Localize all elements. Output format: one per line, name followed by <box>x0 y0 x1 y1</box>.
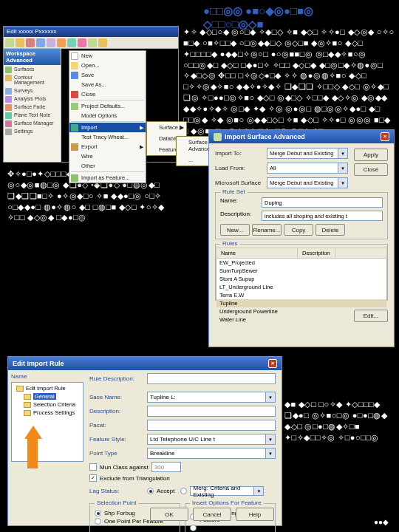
annotation-arrow <box>24 426 41 468</box>
field-mun-value[interactable]: 300 <box>151 462 181 472</box>
tree-node-selection-criteria[interactable]: Selection Criteria <box>33 401 75 408</box>
field-description[interactable] <box>147 406 276 417</box>
toolbar-icon[interactable] <box>57 38 66 47</box>
menu-item-export[interactable]: Export▶ <box>69 142 146 151</box>
menu-item-defaults[interactable]: Project Defaults... <box>69 101 146 111</box>
list-item[interactable]: EW_Projected <box>216 259 386 267</box>
toolbar-icon[interactable] <box>26 38 35 47</box>
dropdown-ms-surface[interactable]: Merge Debut and Existing▼ <box>267 177 348 188</box>
toolbar-icon[interactable] <box>5 38 14 47</box>
delete-button[interactable]: Delete <box>316 224 345 236</box>
sidebar-item[interactable]: Plane Text Note <box>4 111 61 119</box>
list-item[interactable]: Tupline <box>216 299 386 307</box>
dialog-import-surface-advanced: Import Surface Advanced × Import To:Merg… <box>208 129 395 347</box>
menu-item-import-as-feature[interactable]: Import as Feature... <box>69 173 146 183</box>
menu-item-test[interactable]: Test Tracy Wheat... <box>69 132 146 142</box>
menu-item-modelopts[interactable]: Model Options <box>69 111 146 120</box>
file-menu: New Open... Save Save As... Close Projec… <box>69 50 146 183</box>
label-description: Description: <box>220 211 262 221</box>
canvas-area: New Open... Save Save As... Close Projec… <box>61 49 178 162</box>
group-label: Rules <box>220 240 239 247</box>
menu-item-save[interactable]: Save <box>69 70 146 80</box>
sidebar-item[interactable]: Settings <box>4 127 61 135</box>
dropdown-import-to[interactable]: Merge Debut and Existing▼ <box>267 148 348 159</box>
group-label: Selection Point <box>95 499 138 506</box>
label-name: Name: <box>220 197 262 208</box>
paragraph-1: ✦✧ ◆◇□○◆ ◎○□◆ ✧◆□◇ ✧■ ◆◇□ ✧✧●□ ◆◇◎◆ ○✧○ … <box>183 27 396 136</box>
checkbox-exclude-triangulation[interactable]: ✓Exclude from Triangulation <box>89 474 276 482</box>
new-button[interactable]: New... <box>220 224 250 236</box>
dialog-title-text: Edit Import Rule <box>13 360 64 367</box>
toolbar-icon[interactable] <box>98 38 107 47</box>
group-label: Rule Set <box>220 188 248 195</box>
close-button[interactable]: Close <box>354 163 388 176</box>
sidebar-item[interactable]: Contour Management <box>4 73 61 86</box>
label-ms-surface: Microsoft Surface <box>215 180 267 186</box>
dropdown-feat-style[interactable]: Ltd Telephone U/C Line t▼ <box>147 434 276 445</box>
tree-view[interactable]: Edit Import Rule General Selection Crite… <box>11 382 83 462</box>
sidebar-item[interactable]: Surveys <box>4 86 61 95</box>
menu-item-wire[interactable]: Wire <box>69 151 146 161</box>
list-item[interactable]: Underground Powerline <box>216 307 386 316</box>
label-name: Name <box>11 373 83 380</box>
dialog-icon <box>214 133 222 141</box>
list-item[interactable]: Terra E.W <box>216 291 386 299</box>
dropdown-load-from[interactable]: All▼ <box>267 163 348 174</box>
task-header[interactable]: Workspace Advanced <box>4 49 61 65</box>
field-pacat[interactable] <box>147 420 276 431</box>
copy-button[interactable]: Copy <box>284 224 313 236</box>
apply-button[interactable]: Apply <box>354 149 388 161</box>
close-icon[interactable]: × <box>381 132 389 141</box>
checkbox-mun-class[interactable]: Mun Class against300 <box>89 462 276 472</box>
help-button[interactable]: Help <box>236 508 274 521</box>
field-name[interactable]: Duping <box>262 197 383 208</box>
rules-list[interactable]: EW_Projected SumTurpSewer Stom A Supup L… <box>216 259 387 300</box>
ok-button[interactable]: OK <box>150 508 188 521</box>
rename-button[interactable]: Rename... <box>252 224 282 236</box>
paragraph-3: ◆■ ◆◇□ □○✧◆ ✦◇□□□◆ ❑◆●□ ◎✧■○□◎ ●□●□◍◆ ◆◇… <box>284 399 393 443</box>
toolbar-icon[interactable] <box>36 38 45 47</box>
cancel-button[interactable]: Cancel <box>193 508 231 521</box>
dropdown-merge[interactable]: Merg: Criteria and Existing▼ <box>190 486 264 496</box>
tree-root[interactable]: Edit Import Rule <box>26 385 66 392</box>
window-titlebar: Edit xxxxx Pxxxxxx <box>4 27 178 37</box>
tree-node-general[interactable]: General <box>33 393 56 400</box>
menu-item-open[interactable]: Open... <box>69 61 146 70</box>
menu-item-new[interactable]: New <box>69 51 146 61</box>
toolbar-icon[interactable] <box>67 38 76 47</box>
list-item[interactable]: LT_Underground Line <box>216 283 386 291</box>
menu-item-saveas[interactable]: Save As... <box>69 80 146 89</box>
toolbar-icon[interactable] <box>88 38 97 47</box>
toolbar-icon[interactable] <box>47 38 55 47</box>
field-rule-desc[interactable] <box>147 373 276 384</box>
sidebar-item[interactable]: Surfaces <box>4 65 61 73</box>
group-rules: Rules Name Description EW_Projected SumT… <box>215 244 388 301</box>
list-item[interactable]: Stom A Supup <box>216 275 386 283</box>
close-icon[interactable]: × <box>268 359 277 368</box>
sidebar-item[interactable]: Surface Fade <box>4 103 61 111</box>
toolbar-icon[interactable] <box>78 38 86 47</box>
rules-header: Name Description <box>216 248 387 259</box>
menu-item-import[interactable]: Import▶ <box>69 123 146 132</box>
radio-merge-criteria[interactable]: Merg: Criteria and Existing▼ <box>180 486 264 496</box>
submenu-surface[interactable]: Surface▶ <box>147 122 186 133</box>
field-description[interactable]: includes all shoping and existing t <box>262 211 383 221</box>
list-item[interactable]: SumTurpSewer <box>216 267 386 275</box>
label-import-to: Import To: <box>215 150 267 157</box>
sidebar-item[interactable]: Surface Manager <box>4 119 61 127</box>
list-item[interactable]: Water Line <box>216 316 386 324</box>
label-point-type: Point Type <box>89 450 147 457</box>
app-window-surface-editor: Edit xxxxx Pxxxxxx Workspace Advanced Su… <box>3 26 179 163</box>
radio-accept[interactable]: Accept <box>147 488 174 494</box>
label-rule-desc: Rule Description: <box>89 375 147 382</box>
menu-item-close[interactable]: Close <box>69 89 146 99</box>
radio-match-endpoints[interactable]: Match Endpoints <box>190 525 270 531</box>
menu-item-other[interactable]: Other <box>69 161 146 171</box>
page-number: ●●◆ <box>374 518 389 526</box>
dropdown-sase-name[interactable]: Tupline L:▼ <box>147 392 276 403</box>
tree-node-process-settings[interactable]: Process Settings <box>33 409 75 416</box>
toolbar-icon[interactable] <box>16 38 24 47</box>
sidebar-item[interactable]: Analysis Plots <box>4 95 61 103</box>
dropdown-point-type[interactable]: Breakline▼ <box>147 448 276 459</box>
dialog-edit-import-rule: Edit Import Rule × Name Edit Import Rule… <box>7 356 282 526</box>
